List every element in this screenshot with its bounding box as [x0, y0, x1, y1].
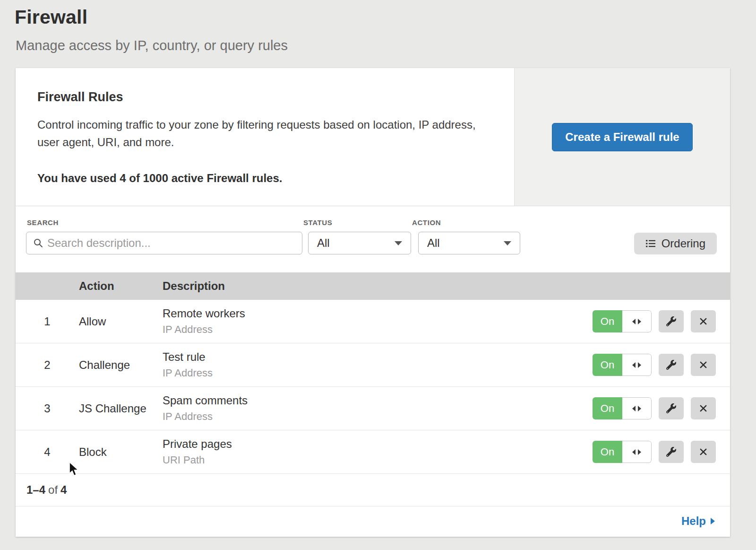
delete-rule-button[interactable] [691, 441, 716, 463]
wrench-icon [666, 403, 676, 413]
page-subtitle: Manage access by IP, country, or query r… [0, 28, 756, 53]
rule-action: Block [79, 445, 163, 459]
arrow-right-icon [711, 518, 715, 524]
rule-index: 1 [16, 315, 79, 328]
rule-action: Challenge [79, 358, 163, 372]
rule-action: Allow [79, 315, 163, 328]
wrench-icon [666, 316, 676, 326]
status-label: STATUS [303, 218, 411, 227]
description-column-header: Description [163, 279, 716, 293]
action-label: ACTION [412, 218, 520, 227]
help-link[interactable]: Help [681, 515, 715, 528]
rule-description: Remote workers [163, 307, 593, 320]
rule-index: 2 [16, 358, 79, 372]
status-select[interactable]: All [308, 232, 411, 254]
chevron-down-icon [395, 241, 402, 245]
card-title: Firewall Rules [37, 90, 481, 105]
rule-match-type: IP Address [163, 323, 593, 336]
edit-rule-button[interactable] [659, 354, 684, 376]
toggle-on-label: On [593, 441, 622, 463]
pagination-status: 1–4of4 [16, 474, 730, 506]
delete-rule-button[interactable] [691, 310, 716, 332]
search-label: SEARCH [27, 218, 302, 227]
rule-enabled-toggle[interactable]: On [593, 397, 652, 419]
rule-match-type: IP Address [163, 367, 593, 379]
create-firewall-rule-button[interactable]: Create a Firewall rule [552, 123, 692, 151]
firewall-rules-card: Firewall Rules Control incoming traffic … [16, 68, 730, 206]
close-icon [699, 317, 708, 326]
rule-enabled-toggle[interactable]: On [593, 310, 652, 332]
search-input[interactable] [47, 236, 295, 250]
pagination-of: of [48, 483, 58, 496]
ordering-list-icon [645, 238, 656, 249]
toggle-arrows-icon [622, 354, 652, 376]
toggle-on-label: On [593, 397, 622, 419]
ordering-button-label: Ordering [662, 237, 705, 250]
table-row: 4 Block Private pages URI Path On [16, 430, 730, 474]
status-select-value: All [317, 236, 330, 250]
toggle-arrows-icon [622, 310, 652, 332]
rule-enabled-toggle[interactable]: On [593, 441, 652, 463]
status-filter: STATUS All [302, 218, 411, 254]
filter-bar: SEARCH STATUS All ACTION All [16, 206, 730, 272]
search-filter: SEARCH [26, 218, 302, 254]
table-header: Action Description [16, 272, 730, 300]
rule-description: Spam comments [163, 394, 593, 407]
chevron-down-icon [504, 241, 511, 245]
page-title: Firewall [0, 0, 756, 28]
ordering-button[interactable]: Ordering [634, 233, 717, 254]
wrench-icon [666, 360, 676, 370]
action-column-header: Action [79, 279, 163, 293]
delete-rule-button[interactable] [691, 354, 716, 376]
action-select[interactable]: All [418, 232, 520, 254]
table-row: 1 Allow Remote workers IP Address On [16, 300, 730, 343]
action-select-value: All [427, 236, 440, 250]
toggle-arrows-icon [622, 441, 652, 463]
help-link-label: Help [681, 515, 706, 528]
card-usage-text: You have used 4 of 1000 active Firewall … [37, 172, 481, 185]
card-description: Control incoming traffic to your zone by… [37, 116, 481, 151]
search-input-wrapper [26, 232, 302, 254]
card-action-area: Create a Firewall rule [515, 68, 730, 206]
wrench-icon [666, 447, 676, 457]
rule-match-type: IP Address [163, 410, 593, 423]
toggle-arrows-icon [622, 397, 652, 419]
firewall-rules-card-body: Firewall Rules Control incoming traffic … [16, 68, 515, 206]
rule-index: 3 [16, 402, 79, 415]
close-icon [699, 447, 708, 456]
close-icon [699, 360, 708, 369]
search-icon [33, 238, 43, 248]
edit-rule-button[interactable] [659, 397, 684, 419]
table-row: 2 Challenge Test rule IP Address On [16, 343, 730, 387]
table-row: 3 JS Challenge Spam comments IP Address … [16, 387, 730, 430]
edit-rule-button[interactable] [659, 441, 684, 463]
pagination-total: 4 [60, 483, 67, 496]
rule-description: Test rule [163, 350, 593, 364]
action-filter: ACTION All [411, 218, 520, 254]
panel-footer: Help [16, 506, 730, 537]
toggle-on-label: On [593, 354, 622, 376]
close-icon [699, 404, 708, 413]
firewall-panel: Firewall Rules Control incoming traffic … [16, 68, 730, 537]
rule-description: Private pages [163, 437, 593, 451]
rule-action: JS Challenge [79, 402, 163, 415]
rule-index: 4 [16, 445, 79, 459]
rule-enabled-toggle[interactable]: On [593, 354, 652, 376]
delete-rule-button[interactable] [691, 397, 716, 419]
edit-rule-button[interactable] [659, 310, 684, 332]
toggle-on-label: On [593, 310, 622, 332]
pagination-range: 1–4 [26, 483, 45, 496]
rule-match-type: URI Path [163, 454, 593, 466]
